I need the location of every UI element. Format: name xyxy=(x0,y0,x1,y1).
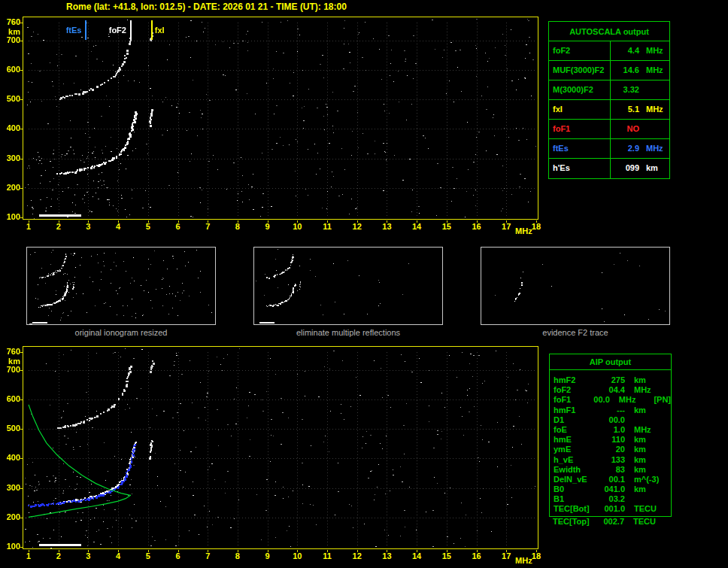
autoscala-row-foF2: foF24.4MHz xyxy=(549,41,669,61)
value-number: 099 xyxy=(611,159,639,178)
y-axis-tick xyxy=(20,370,23,371)
legend-foF2-label: foF2 xyxy=(109,26,126,35)
aip-row-B0: B0041.0km xyxy=(550,484,671,494)
aip-param-value: 20 xyxy=(596,445,625,454)
ionogram-plot-profile xyxy=(23,346,538,549)
x-axis-tick-label: 3 xyxy=(77,551,99,560)
aip-param-value: 041.0 xyxy=(596,484,625,494)
aip-param-unit: km xyxy=(634,375,646,385)
aip-row-foF1: foF100.0MHz[PN] xyxy=(550,395,671,405)
y-axis-tick-label: 760 xyxy=(0,18,20,26)
aip-row-hmF1: hmF1---km xyxy=(550,405,671,415)
aip-param-value: 83 xyxy=(596,465,625,475)
aip-param-label: D1 xyxy=(554,415,596,425)
x-axis-tick xyxy=(59,550,59,552)
x-axis-tick xyxy=(327,220,328,223)
x-axis-tick-label: 10 xyxy=(286,222,308,231)
autoscala-row-M(3000)F2: M(3000)F23.32 xyxy=(549,80,669,100)
y-axis-tick-label: 400 xyxy=(0,454,20,462)
x-axis-tick-label: 2 xyxy=(47,551,70,560)
x-axis-tick xyxy=(506,550,507,552)
aip-param-value: 1.0 xyxy=(596,425,625,435)
aip-param-value: 04.4 xyxy=(596,385,625,395)
x-axis-tick xyxy=(238,220,238,223)
x-axis-tick xyxy=(506,220,507,223)
thumbnail-canvas-original xyxy=(27,248,215,324)
value-number: 5.1 xyxy=(611,100,639,119)
value-number: NO xyxy=(611,120,639,138)
legend-fxI-label: fxI xyxy=(155,26,165,35)
value-unit: MHz xyxy=(646,139,663,158)
x-axis-tick xyxy=(148,550,149,552)
aip-param-value: 00.0 xyxy=(596,415,625,425)
thumbnail-canvas-reflections xyxy=(254,248,442,324)
x-axis-tick-label: 4 xyxy=(107,551,129,560)
y-axis-tick xyxy=(20,429,23,430)
x-axis-tick xyxy=(178,550,179,552)
value-unit: km xyxy=(646,159,658,178)
y-axis-tick-label: 700 xyxy=(0,36,20,44)
x-axis-tick xyxy=(88,220,89,223)
y-axis-tick-label: 400 xyxy=(0,124,20,132)
y-axis-tick-label: 600 xyxy=(0,395,20,403)
y-axis-tick-label: 500 xyxy=(0,95,20,103)
y-axis-unit-label: km xyxy=(0,28,20,36)
x-axis-tick xyxy=(357,220,358,223)
aip-row-D1: D100.0 xyxy=(550,415,671,425)
aip-param-unit: TECU xyxy=(634,504,657,514)
aip-param-value: 133 xyxy=(596,455,625,465)
x-axis-tick xyxy=(268,550,268,552)
x-axis-tick-label: 13 xyxy=(375,222,398,231)
thumbnail-caption-f2: evidence F2 trace xyxy=(481,328,670,337)
aip-param-unit: km xyxy=(634,435,646,445)
x-axis-tick-label: 8 xyxy=(226,551,249,560)
x-axis-tick-label: 12 xyxy=(346,222,369,231)
y-axis-tick xyxy=(20,188,23,189)
thumbnail-original-ionogram xyxy=(26,247,216,325)
x-axis-tick xyxy=(208,220,208,223)
x-axis-unit-label: MHz xyxy=(515,556,542,565)
aip-param-unit: MHz xyxy=(634,385,651,395)
aip-param-label: Ewidth xyxy=(554,465,596,475)
y-axis-tick xyxy=(20,399,23,400)
aip-param-value: 00.1 xyxy=(596,475,625,484)
parameter-value: 2.9MHz xyxy=(611,139,669,158)
y-axis-tick-label: 760 xyxy=(0,348,20,356)
x-axis-tick-label: 5 xyxy=(137,222,159,231)
y-axis-tick xyxy=(20,547,23,548)
aip-row-h_vE: h_vE133km xyxy=(550,455,671,465)
x-axis-tick-label: 1 xyxy=(17,551,40,560)
autoscala-row-h'Es: h'Es099km xyxy=(549,159,669,178)
aip-table-rows: hmF2275kmfoF204.4MHzfoF100.0MHz[PN]hmF1-… xyxy=(550,375,671,515)
x-axis-tick-label: 9 xyxy=(256,222,279,231)
x-axis-tick-label: 6 xyxy=(167,551,190,560)
x-axis-tick-label: 15 xyxy=(435,222,458,231)
x-axis-tick xyxy=(477,220,478,223)
x-axis-tick xyxy=(118,550,119,552)
x-axis-tick-label: 11 xyxy=(316,222,338,231)
y-axis-unit-label: km xyxy=(0,357,20,366)
x-axis-tick-label: 9 xyxy=(256,551,279,560)
x-axis-tick-label: 14 xyxy=(405,551,428,560)
parameter-value: 5.1MHz xyxy=(611,100,669,119)
station-date-title: Rome (lat: +41.8, lon: 012.5) - DATE: 20… xyxy=(66,2,347,12)
x-axis-tick xyxy=(417,550,417,552)
x-axis-tick-label: 8 xyxy=(226,222,249,231)
aip-row-TEC[Top]: TEC[Top]002.7TECU xyxy=(549,517,672,527)
aip-param-value: 002.7 xyxy=(596,517,624,527)
thumbnail-caption-reflections: eliminate multiple reflections xyxy=(253,328,443,337)
autoscala-table-rows: foF24.4MHzMUF(3000)F214.6MHzM(3000)F23.3… xyxy=(549,41,669,178)
x-axis-tick xyxy=(536,220,537,223)
value-number: 14.6 xyxy=(611,61,639,80)
x-axis-tick-label: 7 xyxy=(196,222,219,231)
aip-row-hmF2: hmF2275km xyxy=(550,375,671,385)
x-axis-tick-label: 12 xyxy=(346,551,369,560)
x-axis-tick-label: 6 xyxy=(167,222,190,231)
x-axis-tick xyxy=(88,550,89,552)
x-axis-tick xyxy=(447,550,447,552)
x-axis-tick xyxy=(297,550,298,552)
autoscala-row-MUF(3000)F2: MUF(3000)F214.6MHz xyxy=(549,61,669,80)
autoscala-app-window: Rome (lat: +41.8, lon: 012.5) - DATE: 20… xyxy=(0,0,728,568)
y-axis-tick xyxy=(20,129,23,129)
y-axis-tick xyxy=(20,352,23,353)
